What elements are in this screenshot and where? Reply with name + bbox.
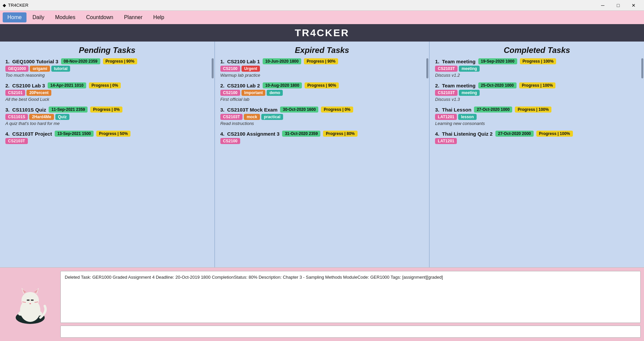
task-title-row: 3. Thai Lesson 27-Oct-2020 1000 Progress… xyxy=(435,107,639,113)
task-desc: Read instructions xyxy=(220,121,424,126)
deadline-badge: 27-Oct-2020 1000 xyxy=(474,107,512,113)
table-row: 3. Thai Lesson 27-Oct-2020 1000 Progress… xyxy=(435,107,639,126)
log-area: Deleted Task: GER1000 Graded Assignment … xyxy=(60,268,644,341)
progress-badge: Progress | 50% xyxy=(96,131,130,137)
completed-scrollbar[interactable] xyxy=(641,58,643,78)
task-title-row: 2. Team meeting 25-Oct-2020 1000 Progres… xyxy=(435,82,639,88)
expired-scrollbar[interactable] xyxy=(426,58,428,78)
tag: Important xyxy=(241,90,265,96)
task-title-row: 2. CS2100 Lab 2 10-Aug-2020 1800 Progres… xyxy=(220,82,424,88)
task-title: CS2100 Lab 1 xyxy=(227,59,260,64)
titlebar: ◆ TR4CKER ─ □ ✕ xyxy=(0,0,644,11)
deadline-badge: 11-Sep-2021 2359 xyxy=(49,107,88,113)
tag: CS1101S xyxy=(5,114,28,120)
tags-row: CS2103T mock practical xyxy=(220,114,424,120)
table-row: 2. Team meeting 25-Oct-2020 1000 Progres… xyxy=(435,82,639,102)
menu-daily[interactable]: Daily xyxy=(28,12,49,22)
deadline-badge: 27-Oct-2020 2000 xyxy=(495,131,534,137)
task-title-row: 3. CS1101S Quiz 11-Sep-2021 2359 Progres… xyxy=(5,107,209,113)
deadline-badge: 31-Oct-2020 2359 xyxy=(282,131,320,137)
tags-row: CS2100 Urgent xyxy=(220,66,424,72)
command-input[interactable] xyxy=(60,326,641,338)
deadline-badge: 10-Jun-2020 1800 xyxy=(263,58,301,64)
task-number: 3. xyxy=(5,107,10,113)
table-row: 4. CS2100 Assignment 3 31-Oct-2020 2359 … xyxy=(220,131,424,144)
table-row: 1. CS2100 Lab 1 10-Jun-2020 1800 Progres… xyxy=(220,58,424,78)
task-title-row: 3. CS2103T Mock Exam 30-Oct-2020 1600 Pr… xyxy=(220,107,424,113)
tag: CS2100 xyxy=(220,138,240,144)
task-number: 4. xyxy=(220,131,225,137)
task-desc: First official lab xyxy=(220,97,424,102)
tag: LAT1201 xyxy=(435,138,457,144)
svg-point-2 xyxy=(21,292,39,308)
task-number: 4. xyxy=(435,131,439,137)
menu-modules[interactable]: Modules xyxy=(50,12,80,22)
maximize-button[interactable]: □ xyxy=(610,0,626,11)
app-title: TR4CKER xyxy=(295,27,350,39)
titlebar-left: ◆ TR4CKER xyxy=(3,3,29,8)
progress-badge: Progress | 100% xyxy=(536,131,573,137)
table-row: 2. CS2100 Lab 3 14-Apr-2021 1010 Progres… xyxy=(5,82,209,102)
task-title: Thai Listening Quiz 2 xyxy=(442,131,493,137)
svg-rect-8 xyxy=(31,299,34,300)
app-banner: TR4CKER xyxy=(0,24,644,42)
task-number: 2. xyxy=(435,83,439,88)
minimize-button[interactable]: ─ xyxy=(595,0,610,11)
app-icon: ◆ xyxy=(3,3,6,8)
tag: demo xyxy=(267,90,283,96)
tag: GEQ1000 xyxy=(5,66,29,72)
tag: lesson xyxy=(458,114,476,120)
table-row: 4. Thai Listening Quiz 2 27-Oct-2020 200… xyxy=(435,131,639,144)
svg-rect-7 xyxy=(27,299,30,300)
tag: CS2103T xyxy=(435,90,458,96)
progress-badge: Progress | 0% xyxy=(321,107,353,113)
pending-scrollbar[interactable] xyxy=(212,58,214,78)
mascot-image xyxy=(8,283,52,326)
task-desc: Discuss v1.3 xyxy=(435,97,639,102)
tags-row: CS2103T xyxy=(5,138,209,144)
task-number: 2. xyxy=(220,83,225,88)
deadline-badge: 13-Sep-2021 1500 xyxy=(55,131,94,137)
expired-header: Expired Tasks xyxy=(220,46,424,55)
task-number: 1. xyxy=(435,59,439,64)
tag: tutorial xyxy=(51,66,70,72)
menu-planner[interactable]: Planner xyxy=(119,12,147,22)
task-desc: Too much reasoning xyxy=(5,73,209,78)
menu-countdown[interactable]: Countdown xyxy=(82,12,118,22)
task-number: 1. xyxy=(5,59,10,64)
close-button[interactable]: ✕ xyxy=(626,0,641,11)
progress-badge: Progress | 0% xyxy=(90,107,122,113)
progress-badge: Progress | 100% xyxy=(515,107,551,113)
task-number: 3. xyxy=(435,107,439,113)
tag: CS2103T xyxy=(5,138,28,144)
task-number: 2. xyxy=(5,83,10,88)
task-desc: Learning new consonants xyxy=(435,121,639,126)
task-title-row: 4. CS2100 Assignment 3 31-Oct-2020 2359 … xyxy=(220,131,424,137)
deadline-badge: 25-Oct-2020 1000 xyxy=(478,82,517,88)
deadline-badge: 14-Apr-2021 1010 xyxy=(48,82,86,88)
titlebar-controls: ─ □ ✕ xyxy=(595,0,641,11)
table-row: 1. Team meeting 19-Sep-2020 1000 Progres… xyxy=(435,58,639,78)
task-desc: Discuss v1.2 xyxy=(435,73,639,78)
task-desc: All the best Good Luck xyxy=(5,97,209,102)
main-content: Pending Tasks 1. GEQ1000 Tutorial 3 08-N… xyxy=(0,42,644,267)
tag: 20Percent xyxy=(26,90,51,96)
mascot-area xyxy=(0,268,60,341)
progress-badge: Progress | 100% xyxy=(520,58,556,64)
tags-row: GEQ1000 origami tutorial xyxy=(5,66,209,72)
tag: origami xyxy=(30,66,50,72)
tag: CS2103T xyxy=(220,114,243,120)
pending-header: Pending Tasks xyxy=(5,46,209,55)
task-number: 3. xyxy=(220,107,225,113)
task-title-row: 2. CS2100 Lab 3 14-Apr-2021 1010 Progres… xyxy=(5,82,209,88)
table-row: 2. CS2100 Lab 2 10-Aug-2020 1800 Progres… xyxy=(220,82,424,102)
tags-row: CS2103T meeting xyxy=(435,90,639,96)
tag: Urgent xyxy=(241,66,260,72)
task-title: Team meeting xyxy=(442,83,476,88)
table-row: 3. CS2103T Mock Exam 30-Oct-2020 1600 Pr… xyxy=(220,107,424,126)
expired-column: Expired Tasks 1. CS2100 Lab 1 10-Jun-202… xyxy=(215,42,430,267)
menu-help[interactable]: Help xyxy=(149,12,169,22)
menu-home[interactable]: Home xyxy=(3,12,26,22)
table-row: 1. GEQ1000 Tutorial 3 08-Nov-2020 2359 P… xyxy=(5,58,209,78)
table-row: 3. CS1101S Quiz 11-Sep-2021 2359 Progres… xyxy=(5,107,209,126)
